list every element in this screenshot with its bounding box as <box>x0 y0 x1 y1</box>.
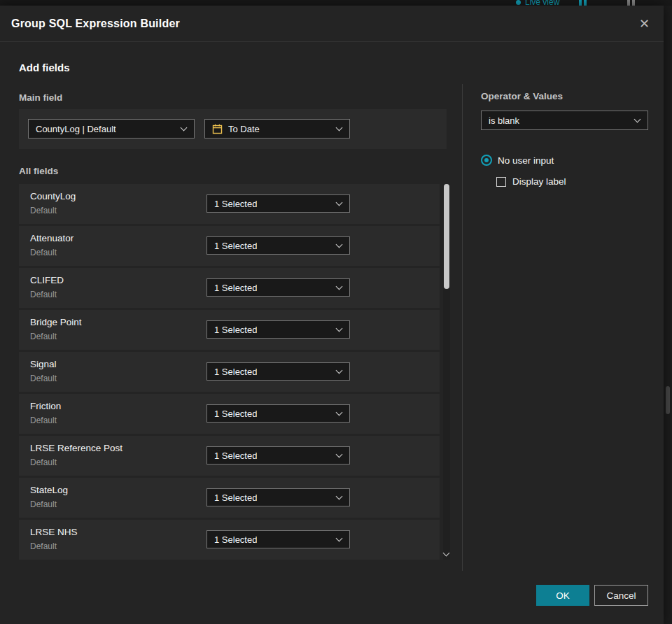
field-row: CLIFED Default 1 Selected <box>19 268 440 308</box>
all-fields-list: CountyLog Default 1 Selected Attenuator … <box>19 184 440 562</box>
live-view-dot-icon <box>516 0 521 5</box>
calendar-icon <box>212 124 223 134</box>
field-selection-dropdown[interactable]: 1 Selected <box>206 194 350 213</box>
backdrop-top-strip: Live view <box>0 0 672 6</box>
field-name: LRSE NHS <box>30 527 78 537</box>
field-selection-dropdown[interactable]: 1 Selected <box>206 530 350 548</box>
main-field-dropdown-value: CountyLog | Default <box>36 124 116 134</box>
display-label-checkbox-row[interactable]: Display label <box>496 176 566 187</box>
field-selection-value: 1 Selected <box>214 283 257 293</box>
display-label-label: Display label <box>512 176 566 187</box>
field-row: CountyLog Default 1 Selected <box>19 184 440 224</box>
vertical-divider <box>462 84 463 571</box>
field-name: CountyLog <box>30 191 76 201</box>
field-selection-value: 1 Selected <box>214 409 257 419</box>
close-icon[interactable]: ✕ <box>636 15 652 33</box>
chevron-down-icon <box>336 283 343 290</box>
chevron-down-icon <box>336 493 343 500</box>
field-row: LRSE Reference Post Default 1 Selected <box>19 436 440 476</box>
chevron-down-icon <box>336 199 343 206</box>
field-row: Friction Default 1 Selected <box>19 394 440 434</box>
field-row: StateLog Default 1 Selected <box>19 478 440 518</box>
operator-dropdown-value: is blank <box>489 115 519 126</box>
chevron-down-icon <box>336 451 343 458</box>
panel-bars-icon[interactable] <box>627 0 635 6</box>
field-name: CLIFED <box>30 275 64 285</box>
list-scrollbar-thumb[interactable] <box>444 184 449 289</box>
chevron-down-icon <box>181 125 188 132</box>
field-name: Attenuator <box>30 233 74 243</box>
live-view-label[interactable]: Live view <box>525 0 559 6</box>
chevron-down-icon <box>634 116 641 123</box>
field-selection-dropdown[interactable]: 1 Selected <box>206 236 350 255</box>
field-selection-value: 1 Selected <box>214 451 257 461</box>
scrollbar-down-arrow-icon[interactable] <box>443 550 450 557</box>
chevron-down-icon <box>336 367 343 374</box>
chevron-down-icon <box>336 409 343 416</box>
cancel-button[interactable]: Cancel <box>594 585 648 606</box>
field-selection-value: 1 Selected <box>214 534 257 545</box>
list-scrollbar[interactable] <box>443 184 450 560</box>
operator-values-label: Operator & Values <box>481 91 563 101</box>
radio-selected-icon[interactable] <box>481 155 492 166</box>
operator-dropdown[interactable]: is blank <box>481 111 648 130</box>
main-field-panel: CountyLog | Default To Date <box>19 109 447 149</box>
field-subtitle: Default <box>30 541 57 551</box>
all-fields-label: All fields <box>19 166 58 176</box>
dialog-title: Group SQL Expression Builder <box>11 17 180 30</box>
chevron-down-icon <box>336 325 343 332</box>
date-field-dropdown-value: To Date <box>228 124 260 134</box>
field-name: Signal <box>30 359 57 369</box>
add-fields-heading: Add fields <box>19 62 70 73</box>
ok-button[interactable]: OK <box>536 585 589 606</box>
field-subtitle: Default <box>30 248 57 257</box>
field-selection-dropdown[interactable]: 1 Selected <box>206 362 350 381</box>
field-selection-dropdown[interactable]: 1 Selected <box>206 278 350 297</box>
field-selection-dropdown[interactable]: 1 Selected <box>206 488 350 506</box>
main-field-label: Main field <box>19 92 62 103</box>
field-selection-value: 1 Selected <box>214 492 257 503</box>
field-name: StateLog <box>30 485 68 495</box>
field-name: Bridge Point <box>30 317 82 327</box>
field-selection-value: 1 Selected <box>214 241 257 251</box>
group-sql-expression-builder-dialog: Group SQL Expression Builder ✕ Add field… <box>0 6 664 624</box>
date-field-dropdown[interactable]: To Date <box>204 119 350 139</box>
chevron-down-icon <box>336 125 343 132</box>
chevron-down-icon <box>336 241 343 248</box>
field-row: Signal Default 1 Selected <box>19 352 440 392</box>
field-subtitle: Default <box>30 416 57 425</box>
field-row: Attenuator Default 1 Selected <box>19 226 440 266</box>
columns-icon[interactable] <box>579 0 587 6</box>
no-user-input-radio[interactable]: No user input <box>481 155 554 166</box>
field-row: Bridge Point Default 1 Selected <box>19 310 440 350</box>
field-subtitle: Default <box>30 458 57 467</box>
no-user-input-label: No user input <box>498 155 554 166</box>
field-subtitle: Default <box>30 374 57 383</box>
field-subtitle: Default <box>30 499 57 509</box>
field-selection-dropdown[interactable]: 1 Selected <box>206 446 350 465</box>
field-row: LRSE NHS Default 1 Selected <box>19 520 440 560</box>
backdrop-scrollbar-thumb[interactable] <box>666 386 670 414</box>
field-selection-value: 1 Selected <box>214 199 257 209</box>
field-selection-dropdown[interactable]: 1 Selected <box>206 404 350 423</box>
backdrop-right-strip <box>664 6 672 624</box>
field-selection-dropdown[interactable]: 1 Selected <box>206 320 350 339</box>
field-subtitle: Default <box>30 290 57 299</box>
main-field-dropdown[interactable]: CountyLog | Default <box>28 119 195 139</box>
screen: Live view Group SQL Expression Builder ✕… <box>0 0 672 624</box>
field-selection-value: 1 Selected <box>214 367 257 377</box>
field-subtitle: Default <box>30 332 57 341</box>
field-name: LRSE Reference Post <box>30 443 122 453</box>
checkbox-unchecked-icon[interactable] <box>496 177 506 187</box>
field-subtitle: Default <box>30 206 57 215</box>
dialog-header: Group SQL Expression Builder ✕ <box>0 6 664 42</box>
field-name: Friction <box>30 401 61 411</box>
field-selection-value: 1 Selected <box>214 325 257 335</box>
chevron-down-icon <box>336 535 343 542</box>
